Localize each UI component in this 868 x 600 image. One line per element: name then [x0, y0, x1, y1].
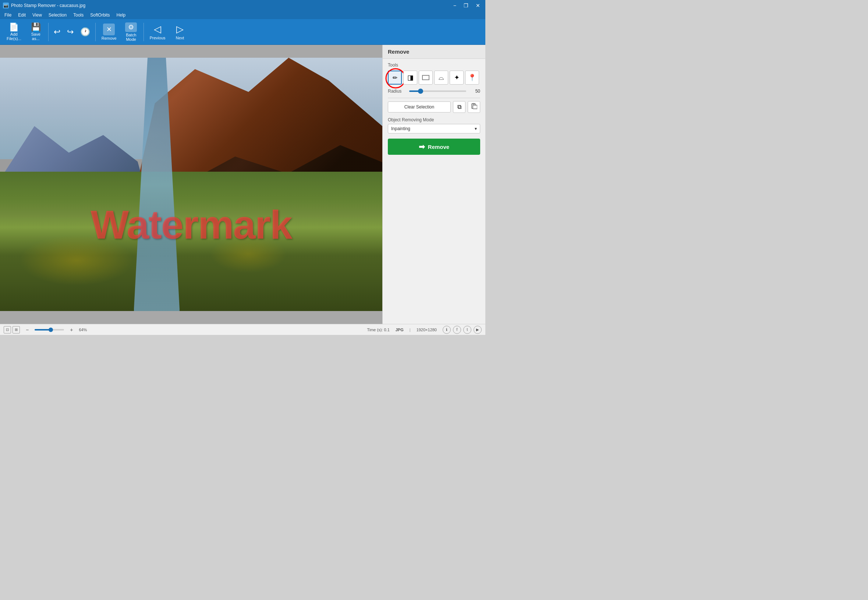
menu-view[interactable]: View	[29, 12, 45, 18]
radius-value: 50	[469, 89, 480, 94]
redo-button[interactable]: ↪	[64, 21, 76, 43]
radius-slider-container[interactable]	[409, 88, 466, 95]
radius-label: Radius	[388, 89, 406, 94]
history-button[interactable]: 🕐	[77, 21, 93, 43]
brush-tool-button[interactable]: ✏	[388, 71, 402, 85]
batch-mode-label: Batch Mode	[126, 33, 136, 42]
stamp-icon: 📍	[468, 74, 476, 82]
undo-group: ↩ ↪ 🕐	[51, 21, 93, 43]
restore-button[interactable]: ❐	[461, 2, 471, 9]
title-bar: 📷 Photo Stamp Remover - caucasus.jpg − ❐…	[0, 0, 485, 11]
social-links: ℹ f t ▶	[442, 326, 482, 334]
actual-size-icon[interactable]: ⊞	[12, 326, 20, 333]
clear-selection-row: Clear Selection ⧉	[388, 101, 480, 113]
title-text: Photo Stamp Remover - caucasus.jpg	[11, 3, 85, 8]
tools-label: Tools	[388, 62, 480, 68]
undo-icon: ↩	[54, 27, 60, 37]
batch-mode-button[interactable]: ⚙ Batch Mode	[121, 21, 141, 43]
selected-mode: Inpainting	[391, 126, 410, 131]
magic-wand-tool-button[interactable]: ✦	[450, 71, 464, 85]
toolbar-divider-2	[95, 23, 96, 41]
menu-selection[interactable]: Selection	[46, 12, 70, 18]
main-layout: Watermark Remove Tools ✏ ◨	[0, 45, 485, 324]
canvas-area[interactable]: Watermark	[0, 45, 382, 324]
add-files-label: Add File(s)...	[7, 32, 21, 41]
status-right: Time (s): 0.1 JPG | 1920×1280 ℹ f t ▶	[367, 326, 482, 334]
facebook-button[interactable]: f	[453, 326, 461, 334]
minimize-button[interactable]: −	[451, 2, 459, 9]
paste-selection-button[interactable]	[468, 101, 480, 113]
batch-mode-icon: ⚙	[125, 23, 137, 32]
add-files-button[interactable]: 📄 Add File(s)...	[3, 21, 25, 43]
dimensions-label: 1920×1280	[417, 327, 437, 332]
close-button[interactable]: ✕	[474, 2, 482, 9]
format-label: JPG	[395, 327, 404, 332]
eraser-tool-button[interactable]: ◨	[403, 71, 417, 85]
next-label: Next	[176, 36, 184, 40]
toolbar: 📄 Add File(s)... 💾 Save as... ↩ ↪ 🕐 ✕ Re…	[0, 19, 485, 45]
zoom-slider-thumb[interactable]	[49, 327, 53, 332]
save-as-icon: 💾	[31, 23, 41, 31]
panel-header: Remove	[383, 45, 485, 59]
status-view-icons: ⊡ ⊞	[4, 326, 20, 333]
info-button[interactable]: ℹ	[442, 326, 451, 334]
menu-help[interactable]: Help	[114, 12, 129, 18]
zoom-minus[interactable]: −	[26, 327, 29, 333]
right-panel: Remove Tools ✏ ◨	[382, 45, 485, 324]
brush-icon: ✏	[392, 74, 397, 81]
zoom-slider-track[interactable]	[35, 329, 64, 330]
zoom-plus[interactable]: +	[70, 327, 73, 333]
previous-icon: ◁	[154, 24, 161, 35]
previous-button[interactable]: ◁ Previous	[146, 21, 169, 43]
menu-tools[interactable]: Tools	[70, 12, 87, 18]
toolbar-divider-1	[48, 23, 49, 41]
next-button[interactable]: ▷ Next	[170, 21, 190, 43]
toolbar-divider-3	[143, 23, 144, 41]
history-icon: 🕐	[80, 27, 90, 37]
copy-icon: ⧉	[458, 104, 461, 110]
menu-edit[interactable]: Edit	[15, 12, 29, 18]
app-icon: 📷	[3, 3, 9, 8]
panel-divider-1	[388, 98, 480, 98]
info-icon: ℹ	[446, 327, 447, 332]
tools-section: Tools ✏ ◨	[383, 59, 485, 158]
clear-selection-button[interactable]: Clear Selection	[388, 102, 451, 112]
facebook-icon: f	[457, 327, 458, 332]
stamp-tool-button[interactable]: 📍	[465, 71, 479, 85]
svg-rect-3	[473, 105, 477, 109]
remove-button-panel[interactable]: ➡ Remove	[388, 139, 480, 155]
radius-slider-thumb[interactable]	[418, 89, 423, 94]
save-as-label: Save as...	[31, 32, 41, 41]
youtube-button[interactable]: ▶	[474, 326, 482, 334]
title-bar-left: 📷 Photo Stamp Remover - caucasus.jpg	[3, 3, 85, 8]
photo-overlay	[0, 58, 382, 311]
mode-dropdown[interactable]: Inpainting ▾	[388, 124, 480, 133]
lasso-tool-button[interactable]: ⌓	[434, 71, 448, 85]
image-container: Watermark	[0, 58, 382, 311]
lasso-icon: ⌓	[439, 74, 444, 82]
copy-selection-button[interactable]: ⧉	[453, 101, 465, 113]
rect-icon	[422, 75, 429, 80]
menu-softorbits[interactable]: SoftOrbits	[87, 12, 112, 18]
remove-label-panel: Remove	[428, 144, 449, 150]
mode-label: Object Removing Mode	[388, 117, 480, 123]
undo-button[interactable]: ↩	[51, 21, 63, 43]
twitter-icon: t	[467, 327, 468, 332]
time-label: Time (s): 0.1	[367, 327, 389, 332]
twitter-button[interactable]: t	[463, 326, 471, 334]
radius-slider-track	[409, 91, 466, 92]
status-bar: ⊡ ⊞ − + 64% Time (s): 0.1 JPG | 1920×128…	[0, 324, 485, 335]
save-as-button[interactable]: 💾 Save as...	[26, 21, 46, 43]
remove-button-toolbar[interactable]: ✕ Remove	[98, 21, 120, 43]
separator-1: |	[409, 327, 410, 332]
rect-select-tool-button[interactable]	[419, 71, 433, 85]
remove-icon-toolbar: ✕	[103, 24, 115, 35]
title-bar-controls: − ❐ ✕	[451, 2, 482, 9]
next-icon: ▷	[176, 24, 184, 35]
previous-label: Previous	[150, 36, 166, 40]
menu-file[interactable]: File	[2, 12, 14, 18]
paste-icon	[471, 103, 477, 111]
add-files-icon: 📄	[9, 23, 19, 31]
remove-arrow-icon: ➡	[419, 142, 425, 151]
fit-view-icon[interactable]: ⊡	[4, 326, 11, 333]
